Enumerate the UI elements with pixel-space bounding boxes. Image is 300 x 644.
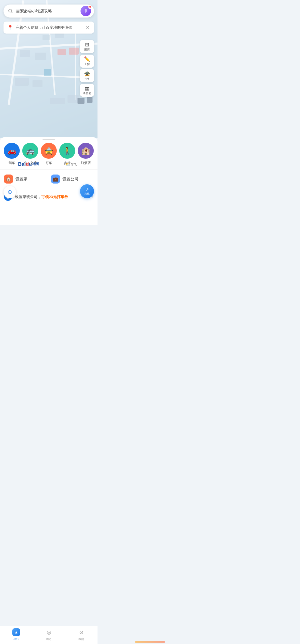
taxi-label: 打车 xyxy=(84,77,90,81)
transport-drive[interactable]: 🚗 驾车 xyxy=(4,143,20,165)
divider xyxy=(49,175,49,183)
voice-badge xyxy=(88,5,92,9)
taxi-icon: 🚖 xyxy=(84,71,90,76)
home-icon: 🏠 xyxy=(4,175,13,184)
profile-banner[interactable]: 📍 完善个人信息，让百度地图更懂你 ✕ xyxy=(4,22,94,34)
right-toolbar: ⊞ 图层 ✏️ 上报 🚖 打车 ▦ 语音包 xyxy=(80,40,94,97)
drive-label: 驾车 xyxy=(8,161,15,165)
search-bar[interactable]: 吉安必尝小吃店攻略 🎙 xyxy=(4,5,94,18)
route-icon: ↗ xyxy=(86,187,89,192)
weather-icon: ⛅ xyxy=(65,162,70,167)
search-icon xyxy=(8,8,14,14)
toolbar-taxi[interactable]: 🚖 打车 xyxy=(80,69,94,82)
voice-pack-icon: ▦ xyxy=(85,86,90,91)
route-button[interactable]: ↗ 路线 xyxy=(80,184,94,198)
toolbar-layers[interactable]: ⊞ 图层 xyxy=(80,40,94,53)
search-input[interactable]: 吉安必尝小吃店攻略 xyxy=(16,9,80,14)
report-label: 上报 xyxy=(84,62,90,66)
weather-display: ⛅ 9℃ xyxy=(65,126,78,203)
location-button[interactable]: ⊙ xyxy=(4,186,16,198)
transport-hotel[interactable]: 🏨 订酒店 xyxy=(78,143,94,165)
voice-pack-label: 语音包 xyxy=(83,91,91,95)
report-icon: ✏️ xyxy=(84,57,90,62)
company-icon: 💼 xyxy=(51,175,60,184)
bottom-panel: 🚗 驾车 🚌 公共交通 🚖 打车 🚶 步行 🏨 订酒店 🏠 设置家 💼 设置公司 xyxy=(0,137,98,225)
hotel-label: 订酒店 xyxy=(81,161,91,165)
transport-row: 🚗 驾车 🚌 公共交通 🚖 打车 🚶 步行 🏨 订酒店 xyxy=(0,137,98,170)
temperature: 9℃ xyxy=(71,162,78,167)
drag-handle[interactable] xyxy=(42,139,55,140)
voice-button[interactable]: 🎙 xyxy=(80,6,91,16)
hotel-icon-bg: 🏨 xyxy=(78,143,94,159)
drive-icon-bg: 🚗 xyxy=(4,143,20,159)
baidu-logo: Bai d u 地图 xyxy=(18,125,39,203)
route-label: 路线 xyxy=(84,192,90,196)
taxi-mode-icon-bg: 🚖 xyxy=(41,143,57,159)
toolbar-report[interactable]: ✏️ 上报 xyxy=(80,55,94,68)
layers-icon: ⊞ xyxy=(85,42,89,47)
layers-label: 图层 xyxy=(84,48,90,52)
toolbar-voice-pack[interactable]: ▦ 语音包 xyxy=(80,84,94,97)
transport-taxi[interactable]: 🚖 打车 xyxy=(41,143,57,165)
location-icon: 📍 xyxy=(7,25,13,31)
taxi-mode-label: 打车 xyxy=(46,161,52,165)
mic-icon: 🎙 xyxy=(84,9,88,14)
close-button[interactable]: ✕ xyxy=(84,25,90,31)
banner-text: 完善个人信息，让百度地图更懂你 xyxy=(16,25,84,30)
coupon-highlight: 可领23元打车券 xyxy=(41,195,68,199)
compass-icon: ⊙ xyxy=(8,189,12,195)
svg-line-1 xyxy=(11,12,12,13)
